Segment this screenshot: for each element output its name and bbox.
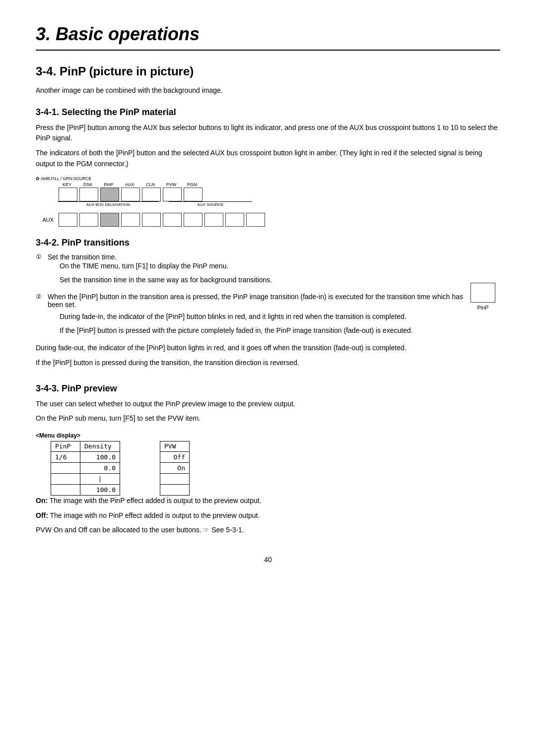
aux-btn-8 [204,213,223,227]
delegation-section: AUX BUS DELEGATION [58,201,159,207]
delegation-bar-row: AUX BUS DELEGATION AUX SOURCE [58,201,500,207]
subsection1-title: 3-4-1. Selecting the PinP material [36,107,500,118]
step2-para3: During fade-out, the indicator of the [P… [36,343,500,354]
subsection3-para1: The user can select whether to output th… [36,399,500,410]
aux-btn-1 [59,213,77,227]
chapter-title: 3. Basic operations [36,24,500,51]
aux-btn-2 [79,213,98,227]
menu-col4-row1: Off [160,452,190,463]
aux-btn-5 [142,213,161,227]
menu-col-spacer [120,441,160,496]
label-cln: CLN [141,182,160,187]
pinp-button-diagram-label: PinP [470,305,495,311]
label-pgm: PGM [183,182,201,187]
menu-col4-row3 [160,474,190,485]
step1-line1: On the TIME menu, turn [F1] to display t… [60,261,470,272]
menu-spacer-r4 [120,485,160,496]
menu-col1-row3 [51,474,80,485]
subsection1-para1: Press the [PinP] button among the AUX bu… [36,123,500,144]
step1-content: Set the transition time. On the TIME men… [48,253,470,288]
btn-aux [121,188,140,201]
pinp-diagram-button [470,283,495,303]
page-number: 40 [36,556,500,564]
label-pvw: PVW [162,182,181,187]
menu-col1-row2 [51,463,80,474]
note-on: On: The image with the PinP effect added… [36,496,500,506]
note-off-bold: Off: [36,511,48,519]
pinp-button-diagram: PinP [470,283,495,311]
btn-key [59,188,77,201]
delegation-label: AUX BUS DELEGATION [58,201,159,207]
aux-btn-4 [121,213,140,227]
menu-spacer-r3 [120,474,160,485]
section-title: 3-4. PinP (picture in picture) [36,64,500,78]
step1-line2: Set the transition time in the same way … [60,275,470,286]
btn-dsk [79,188,98,201]
btn-pvw [163,188,182,201]
subsection3-para2: On the PinP sub menu, turn [F5] to set t… [36,413,500,424]
menu-spacer-header [120,441,160,452]
note-off: Off: The image with no PinP effect added… [36,510,500,521]
btn-pinp [100,188,119,201]
top-button-row [36,188,500,201]
subsection2-content: PinP ① Set the transition time. On the T… [36,253,500,372]
top-button-labels: KEY DSK PinP AUX CLN PVW PGM [58,182,500,187]
step2-num: ② [36,293,45,300]
step2-main: When the [PinP] button in the transition… [48,293,463,309]
menu-col2-row2: 0.0 [80,463,120,474]
menu-col-density: Density 100.0 0.0 | 100.0 [80,441,120,496]
source-section: AUX SOURCE [169,201,252,207]
aux-btn-3 [100,213,119,227]
menu-col-pvw: PVW Off On [160,441,190,496]
aux-row-label: AUX [36,217,54,223]
subsection1-para2: The indicators of both the [PinP] button… [36,148,500,169]
note-off-text: The image with no PinP effect added is o… [50,511,260,519]
amb-label: ✿ AMB.FILL / GRN:SOURCE [36,176,500,181]
menu-display-label: <Menu display> [36,432,500,439]
menu-col2-row1: 100.0 [80,452,120,463]
menu-table: PinP 1/6 Density 100.0 0.0 | 100.0 PVW O… [51,441,190,496]
subsection3-title: 3-4-3. PinP preview [36,383,500,394]
note-pvw: PVW On and Off can be allocated to the u… [36,525,500,536]
aux-btn-9 [225,213,244,227]
step2-para2: If the [PinP] button is pressed with the… [60,325,470,336]
menu-spacer-r1 [120,452,160,463]
top-bus-row: KEY DSK PinP AUX CLN PVW PGM AUX BUS DEL… [36,182,500,207]
menu-col4-header: PVW [160,441,190,452]
label-key: KEY [58,182,76,187]
aux-btn-6 [163,213,182,227]
menu-col-pinp: PinP 1/6 [51,441,80,496]
menu-col1-row1: 1/6 [51,452,80,463]
label-aux: AUX [120,182,139,187]
aux-btn-7 [184,213,202,227]
menu-col4-row4 [160,485,190,496]
btn-pgm [184,188,202,201]
step1-num: ① [36,253,45,260]
subsection2-title: 3-4-2. PinP transitions [36,238,500,248]
source-label: AUX SOURCE [169,201,252,207]
menu-spacer-r2 [120,463,160,474]
label-pinp: PinP [99,182,118,187]
step1-main: Set the transition time. [48,253,117,261]
section-intro: Another image can be combined with the b… [36,85,500,96]
menu-col2-header: Density [80,441,120,452]
aux-btn-10 [246,213,265,227]
menu-col4-row2: On [160,463,190,474]
menu-col1-row4 [51,485,80,496]
menu-col2-row4: 100.0 [80,485,120,496]
step2-item: ② When the [PinP] button in the transiti… [36,293,470,339]
menu-col2-row3: | [80,474,120,485]
aux-button-row: AUX [36,213,500,227]
label-dsk: DSK [78,182,97,187]
step2-content: When the [PinP] button in the transition… [48,293,470,339]
note-on-bold: On: [36,497,48,504]
btn-cln [142,188,161,201]
note-on-text: The image with the PinP effect added is … [50,497,262,504]
step2-para4: If the [PinP] button is pressed during t… [36,358,500,369]
step1-item: ① Set the transition time. On the TIME m… [36,253,470,288]
aux-bus-diagram: ✿ AMB.FILL / GRN:SOURCE KEY DSK PinP AUX… [36,176,500,227]
step2-para1: During fade-in, the indicator of the [Pi… [60,312,470,322]
menu-col1-header: PinP [51,441,80,452]
